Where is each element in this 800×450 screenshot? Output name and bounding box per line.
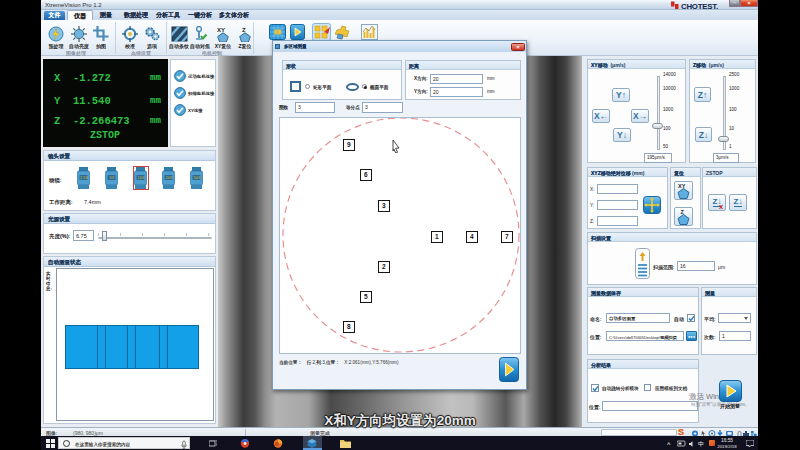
svg-text:20X: 20X bbox=[166, 175, 173, 180]
svg-text:XY: XY bbox=[217, 27, 225, 33]
svg-text:Z: Z bbox=[242, 27, 246, 33]
svg-text:2.5X: 2.5X bbox=[80, 175, 89, 180]
svg-text:中: 中 bbox=[698, 441, 704, 447]
svg-text:50X: 50X bbox=[194, 175, 201, 180]
svg-text:Z: Z bbox=[681, 209, 685, 215]
svg-text:XY: XY bbox=[678, 183, 686, 189]
svg-text:5X: 5X bbox=[110, 175, 115, 180]
